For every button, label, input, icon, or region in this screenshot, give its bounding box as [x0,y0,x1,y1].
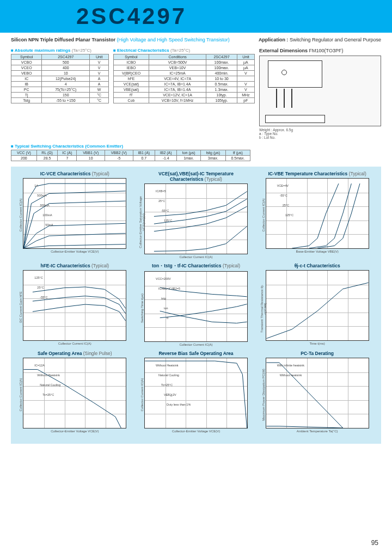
description-line: Silicon NPN Triple Diffused Planar Trans… [11,37,381,42]
switch-char-title: ■ Typical Switching Characteristics (Com… [11,144,381,149]
abs-ratings-table: Symbol2SC4297Unit VCBO500V VCEO400V VEBO… [11,54,109,103]
chart-1: VCE(sat),VBE(sat)-IC Temperature Charact… [142,171,250,259]
abs-ratings-title: ■ Absolute maximum ratings (Ta=25°C) [11,48,109,53]
chart-4: ton・tstg・tf-IC Characteristics (Typical)… [142,263,250,346]
chart-0: IC-VCE Characteristics (Typical)1A500mA3… [20,171,129,259]
elec-char-title: ■ Electrical Characteristics (Ta=25°C) [113,48,255,53]
switch-char-table: VCC (V)RL (Ω)IC (A) VBB1 (V)VBB2 (V)IB1 … [11,150,250,161]
page-content: Silicon NPN Triple Diffused Planar Trans… [0,33,392,448]
package-drawing [259,56,381,126]
description: Silicon NPN Triple Diffused Planar Trans… [11,37,115,42]
elec-char-table: SymbolConditions2SC4297Unit ICBOVCB=500V… [113,54,255,103]
chart-2: IC-VBE Temperature Characteristics (Typi… [263,171,372,259]
description-sub: (High Voltage and High Speed Switching T… [117,37,230,42]
title-bar: 2SC4297 [0,0,392,33]
chart-8: PC-Ta Derating With infinite heatsinkWit… [263,351,372,433]
application-label: Application : [259,37,289,42]
ext-dim-title: External Dimensions FM100(TO3PF) [259,48,381,53]
chart-3: hFE-IC Characteristics (Typical)125°C25°… [20,263,129,346]
charts-area: IC-VCE Characteristics (Typical)1A500mA3… [11,167,381,444]
part-number: 2SC4297 [76,3,187,29]
page-number: 95 [371,539,378,547]
chart-6: Safe Operating Area (Single Pulse)IC=12A… [20,351,129,433]
chart-5: θj-c-t Characteristics Transient Thermal… [263,263,372,346]
dim-notes: Weight : Approx. 6.5g a : Type No. b : L… [259,128,381,139]
application: Switching Regulator and General Purpose [290,37,381,42]
chart-7: Reverse Bias Safe Operating Area Without… [142,351,250,433]
